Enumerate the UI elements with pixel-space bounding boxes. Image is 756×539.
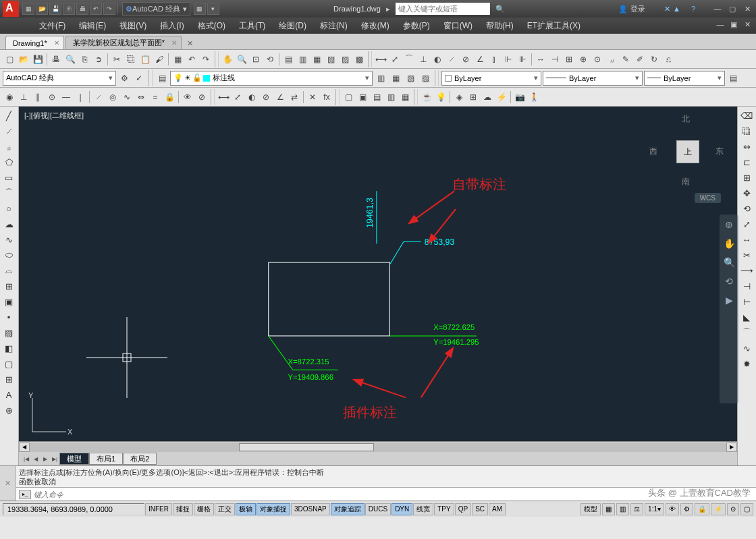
ws-switch-icon[interactable]: ⚙: [680, 503, 693, 515]
show-cons-icon[interactable]: 👁: [181, 90, 194, 104]
block-icon[interactable]: ▣: [1, 294, 16, 309]
trim-icon[interactable]: ✂: [739, 248, 754, 262]
param-mgr-icon[interactable]: fx: [320, 90, 333, 104]
workspace-combo[interactable]: AutoCAD 经典: [3, 71, 116, 86]
block-icon[interactable]: ▦: [171, 53, 184, 66]
tab-close-icon[interactable]: ✕: [171, 39, 177, 47]
circle-icon[interactable]: ○: [1, 201, 16, 216]
3dprint-icon[interactable]: ➲: [92, 53, 105, 66]
offset-icon[interactable]: ⊏: [739, 154, 754, 169]
dc-icon[interactable]: ▥: [296, 53, 309, 66]
cons-conc-icon[interactable]: ◎: [106, 90, 119, 104]
markup-icon[interactable]: ▨: [338, 53, 352, 66]
copy-obj-icon[interactable]: ⿻: [739, 123, 754, 138]
status-ducs[interactable]: DUCS: [365, 503, 391, 515]
help-search-input[interactable]: [396, 3, 490, 15]
cons-horiz-icon[interactable]: —: [59, 90, 73, 104]
cons-para-icon[interactable]: ∥: [31, 90, 45, 104]
zoom-prev-icon[interactable]: ⟲: [263, 53, 277, 66]
showmotion-icon[interactable]: ▶: [723, 294, 735, 306]
cons-smooth-icon[interactable]: ∿: [120, 90, 134, 104]
quickview-layouts-icon[interactable]: ▥: [616, 503, 629, 515]
stretch-icon[interactable]: ↔: [739, 232, 754, 247]
doc-minimize-icon[interactable]: —: [714, 20, 726, 29]
camera-icon[interactable]: 📷: [513, 90, 526, 104]
dim-radius-icon[interactable]: ◐: [431, 53, 444, 66]
ws-settings-icon[interactable]: ⚙: [117, 72, 131, 85]
dim-arc-icon[interactable]: ⌒: [402, 53, 416, 66]
vs-2d-icon[interactable]: ▢: [342, 90, 355, 104]
delcons-icon[interactable]: ✕: [306, 90, 319, 104]
status-tpy[interactable]: TPY: [434, 503, 454, 515]
dim-aligned-icon[interactable]: ⤢: [388, 53, 402, 66]
viewcube-top[interactable]: 上: [676, 140, 699, 163]
dcon-conv-icon[interactable]: ⇄: [288, 90, 301, 104]
rectangle-icon[interactable]: ▭: [1, 170, 16, 185]
qat-redo-icon[interactable]: ↷: [103, 3, 115, 15]
dim-quick-icon[interactable]: ⫿: [487, 53, 501, 66]
lineweight-combo[interactable]: ByLayer: [644, 71, 725, 86]
model-toggle[interactable]: 模型: [580, 503, 601, 515]
help-icon[interactable]: ?: [691, 5, 695, 13]
dim-dia-icon[interactable]: ⊘: [459, 53, 473, 66]
qcalc-icon[interactable]: ▩: [352, 53, 366, 66]
menu-file[interactable]: 文件(F): [32, 18, 72, 34]
point-icon[interactable]: •: [1, 310, 16, 324]
vs-hidden-icon[interactable]: ▤: [370, 90, 383, 104]
doc-tab-active[interactable]: Drawing1* ✕: [5, 36, 64, 49]
join-icon[interactable]: ⊢: [739, 294, 754, 309]
status-对象捕捉[interactable]: 对象捕捉: [256, 503, 290, 515]
vs-concept-icon[interactable]: ▦: [398, 90, 412, 104]
status-对象追踪[interactable]: 对象追踪: [331, 503, 364, 515]
annovis-icon[interactable]: 👁: [666, 503, 679, 515]
menu-parametric[interactable]: 参数(P): [396, 18, 437, 34]
line-icon[interactable]: ╱: [1, 108, 16, 123]
menu-edit[interactable]: 编辑(E): [72, 18, 113, 34]
status-infer[interactable]: INFER: [145, 503, 172, 515]
dimstyle-icon[interactable]: ⎌: [662, 53, 675, 66]
lt-prev-icon[interactable]: ◀: [31, 453, 40, 464]
dimupdate-icon[interactable]: ↻: [647, 53, 661, 66]
maximize-icon[interactable]: ▢: [726, 4, 738, 13]
preview-icon[interactable]: 🔍: [63, 53, 77, 66]
hardware-icon[interactable]: ⚡: [711, 503, 726, 515]
explode-icon[interactable]: ✸: [739, 356, 754, 371]
layer-combo[interactable]: 💡 ☀ 🔓 标注线: [170, 71, 373, 86]
layout-tab-1[interactable]: 布局1: [89, 453, 123, 465]
joglinear-icon[interactable]: ⟓: [605, 53, 618, 66]
hatch-icon[interactable]: ▨: [1, 325, 16, 340]
lt-next-icon[interactable]: ▶: [40, 453, 50, 464]
tolerance-icon[interactable]: ⊞: [562, 53, 576, 66]
inspect-icon[interactable]: ⊙: [591, 53, 604, 66]
command-input[interactable]: [34, 490, 753, 499]
dimtedit-icon[interactable]: ✐: [633, 53, 647, 66]
scale-display[interactable]: 1:1▾: [645, 503, 664, 515]
menu-draw[interactable]: 绘图(D): [272, 18, 313, 34]
new-icon[interactable]: ▢: [3, 53, 16, 66]
walk-icon[interactable]: 🚶: [527, 90, 541, 104]
pannav-icon[interactable]: ✋: [723, 237, 735, 250]
menu-help[interactable]: 帮助(H): [479, 18, 520, 34]
table-icon[interactable]: ⊞: [1, 372, 16, 387]
lt-last-icon[interactable]: ▶|: [50, 453, 59, 464]
vs-real-icon[interactable]: ▥: [384, 90, 398, 104]
menu-dimension[interactable]: 标注(N): [313, 18, 354, 34]
scroll-right-icon[interactable]: ▶: [726, 443, 737, 452]
mat-icon[interactable]: ◈: [452, 90, 466, 104]
menu-et[interactable]: ET扩展工具(X): [520, 18, 587, 34]
orbitnav-icon[interactable]: ⟲: [723, 275, 735, 287]
hscrollbar[interactable]: ◀ ▶: [19, 441, 737, 452]
erase-icon[interactable]: ⌫: [739, 108, 754, 123]
qat-sheet-icon[interactable]: ▦: [194, 3, 206, 15]
redo-icon[interactable]: ↷: [199, 53, 213, 66]
cons-equal-icon[interactable]: =: [148, 90, 162, 104]
chamfer-icon[interactable]: ◣: [739, 310, 754, 324]
dimedit-icon[interactable]: ✎: [619, 53, 632, 66]
dim-break-icon[interactable]: ⊣: [548, 53, 562, 66]
coordinates-display[interactable]: 19338.3694, 8693.0989, 0.0000: [3, 503, 144, 515]
layout-tab-2[interactable]: 布局2: [123, 453, 157, 465]
qat-save-icon[interactable]: 💾: [49, 3, 61, 15]
cons-tang-icon[interactable]: ⊙: [45, 90, 59, 104]
qat-dropdown-icon[interactable]: ▾: [207, 3, 219, 15]
ellipsearc-icon[interactable]: ⌓: [1, 263, 16, 278]
